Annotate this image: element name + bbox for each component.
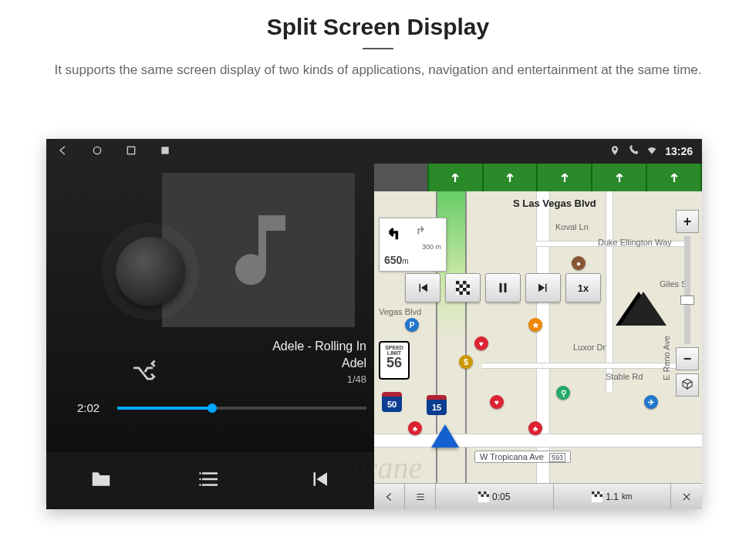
zoom-slider[interactable] (684, 236, 690, 344)
joystick-play-button[interactable] (116, 237, 185, 306)
speed-limit-value: 56 (380, 356, 408, 370)
svg-rect-16 (505, 283, 507, 292)
svg-rect-14 (467, 292, 471, 296)
svg-rect-12 (463, 288, 467, 292)
svg-rect-26 (600, 494, 603, 497)
view3d-button[interactable] (676, 373, 699, 397)
music-pane: Adele - Rolling In Adel 1/48 2:02 (46, 164, 374, 509)
screenshot-icon[interactable] (159, 144, 171, 159)
poi-icon[interactable]: ♥ (474, 336, 488, 350)
interstate-shield-50: 50 (382, 392, 402, 412)
interstate-shield-15: 15 (427, 395, 447, 415)
home-nav-icon[interactable] (91, 144, 103, 159)
svg-rect-15 (500, 283, 502, 292)
nav-menu-button[interactable] (405, 484, 436, 509)
track-title: Adele - Rolling In (272, 338, 366, 355)
recent-nav-icon[interactable] (125, 144, 137, 159)
turn-distance-unit: m (402, 257, 408, 265)
svg-rect-24 (597, 491, 600, 495)
poi-icon[interactable]: ♣ (528, 421, 542, 435)
lane-6 (647, 164, 702, 191)
nav-bottom-bar: 0:05 1.1 km (374, 483, 702, 509)
road-koval (606, 191, 613, 392)
shuffle-button[interactable] (131, 360, 157, 390)
playback-speed-button[interactable]: 1x (565, 273, 601, 302)
speed-limit-sign: SPEED LIMIT 56 (379, 341, 410, 380)
progress-row: 2:02 (77, 401, 366, 414)
lane-2 (429, 164, 484, 191)
album-art (162, 173, 355, 327)
location-status-icon (609, 145, 620, 158)
label-luxor: Luxor Dr (573, 343, 606, 352)
folder-button[interactable] (89, 468, 113, 494)
lane-5 (592, 164, 647, 191)
svg-rect-10 (467, 285, 471, 289)
label-duke: Duke Ellington Way (598, 238, 672, 247)
track-artist: Adel (272, 355, 366, 372)
poi-icon[interactable]: $ (459, 355, 473, 369)
nav-cancel-button[interactable] (671, 484, 702, 509)
progress-bar[interactable] (117, 407, 366, 410)
poi-icon[interactable]: ✈ (644, 395, 658, 409)
turn-distance-value: 650 (384, 254, 402, 266)
nav-back-button[interactable] (374, 484, 405, 509)
turn-left-icon (384, 221, 406, 243)
prev-track-button[interactable] (308, 468, 331, 494)
checkered-start-button[interactable] (445, 273, 481, 302)
page-subtitle: It supports the same screen display of t… (0, 60, 756, 80)
svg-rect-19 (484, 491, 487, 495)
skip-forward-button[interactable] (525, 273, 561, 302)
street-tag-tropicana: W Tropicana Ave 593 (474, 451, 571, 463)
page-header: Split Screen Display (0, 0, 756, 49)
current-position-icon (431, 424, 459, 448)
label-koval: Koval Ln (555, 222, 589, 231)
poi-icon[interactable]: ● (572, 256, 586, 270)
lane-4 (538, 164, 592, 191)
music-note-icon (212, 204, 305, 296)
svg-rect-23 (592, 491, 595, 495)
track-index: 1/48 (272, 373, 366, 387)
label-vegasblvd: Vegas Blvd (379, 307, 421, 316)
road-tropicana (374, 434, 702, 448)
zoom-out-button[interactable]: − (676, 347, 699, 370)
svg-rect-13 (460, 292, 464, 296)
elapsed-time: 2:02 (77, 401, 108, 414)
poi-icon[interactable]: ♣ (408, 421, 422, 435)
android-statusbar: 13:26 (46, 139, 702, 164)
svg-point-3 (200, 472, 202, 475)
route-playback-controls: 1x (405, 273, 601, 302)
svg-rect-9 (460, 285, 464, 289)
svg-point-0 (93, 147, 100, 154)
svg-rect-2 (161, 147, 168, 154)
poi-icon[interactable]: ♥ (490, 395, 504, 409)
zoom-control: + − (676, 210, 699, 397)
label-stablerd: Stable Rd (606, 372, 643, 381)
poi-icon[interactable]: ⚲ (556, 386, 570, 400)
track-info: Adele - Rolling In Adel 1/48 (272, 338, 366, 387)
poi-icon[interactable]: P (405, 318, 419, 332)
svg-rect-25 (595, 494, 598, 497)
clock-text: 13:26 (665, 145, 693, 157)
pyramid-landmark-icon (620, 292, 667, 326)
navigation-pane[interactable]: S Las Vegas Blvd Koval Ln Duke Ellington… (374, 164, 702, 509)
turn-instruction-box: 300 m 650m (379, 218, 447, 272)
poi-icon[interactable]: ★ (528, 318, 542, 332)
wifi-status-icon (646, 145, 657, 158)
zoom-in-button[interactable]: + (676, 210, 699, 233)
label-lasvegas: S Las Vegas Blvd (513, 198, 596, 209)
eta-display[interactable]: 0:05 (436, 484, 554, 509)
lane-1 (374, 164, 429, 191)
svg-rect-8 (463, 281, 467, 285)
svg-rect-21 (487, 494, 490, 497)
skip-back-button[interactable] (405, 273, 440, 302)
label-reno: E Reno Ave (662, 336, 671, 380)
music-bottom-bar (46, 452, 374, 509)
pause-button[interactable] (485, 273, 521, 302)
lane-3 (484, 164, 538, 191)
svg-rect-11 (456, 288, 460, 292)
turn-next-icon (412, 221, 427, 237)
title-divider (363, 48, 393, 49)
playlist-button[interactable] (198, 468, 221, 494)
distance-display[interactable]: 1.1 km (554, 484, 672, 509)
back-nav-icon[interactable] (57, 144, 69, 159)
